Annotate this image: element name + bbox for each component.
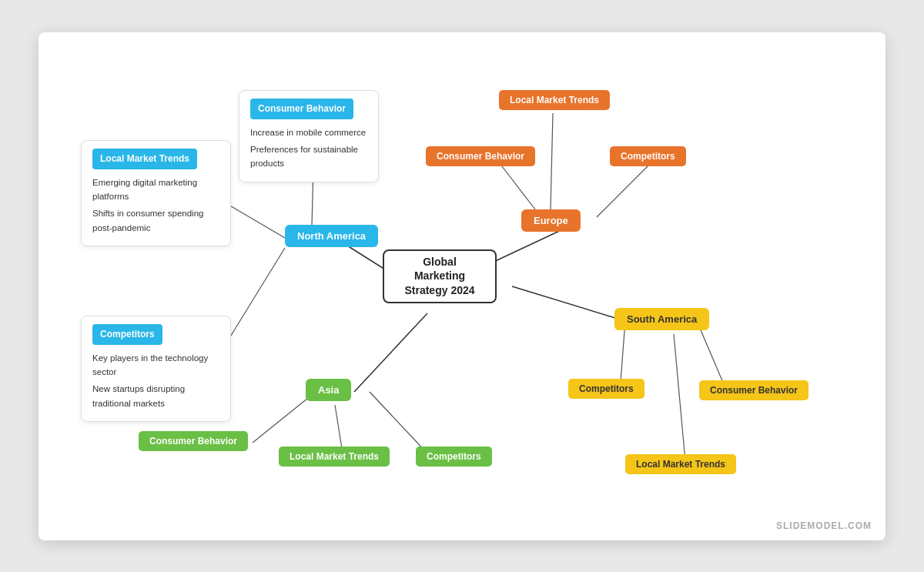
na-local-trends-line2: Shifts in consumer spending post-pandemi… (92, 206, 219, 235)
na-local-trends-title: Local Market Trends (92, 149, 197, 169)
region-south-america[interactable]: South America (614, 308, 709, 330)
sa-competitors-node[interactable]: Competitors (568, 379, 644, 399)
sa-local-trends-node[interactable]: Local Market Trends (625, 454, 736, 474)
center-node: Global Marketing Strategy 2024 (383, 249, 497, 303)
slide-container: Global Marketing Strategy 2024 North Ame… (38, 32, 886, 540)
svg-line-9 (597, 159, 654, 217)
svg-line-7 (551, 113, 553, 209)
eu-local-trends-node[interactable]: Local Market Trends (499, 90, 610, 110)
region-north-america[interactable]: North America (285, 225, 378, 247)
svg-line-2 (354, 313, 427, 392)
svg-line-8 (497, 159, 535, 209)
svg-line-12 (370, 392, 427, 453)
na-local-trends-card: Local Market Trends Emerging digital mar… (81, 140, 231, 247)
na-consumer-line1: Increase in mobile commerce (250, 125, 367, 139)
asia-local-trends-node[interactable]: Local Market Trends (279, 447, 390, 467)
center-label: Global Marketing Strategy 2024 (397, 255, 483, 297)
asia-consumer-behavior-node[interactable]: Consumer Behavior (139, 431, 248, 451)
na-consumer-line2: Preferences for sustainable products (250, 142, 367, 171)
watermark: SLIDEMODEL.COM (776, 520, 872, 531)
eu-consumer-behavior-node[interactable]: Consumer Behavior (426, 146, 535, 166)
na-consumer-title: Consumer Behavior (250, 99, 353, 119)
svg-line-15 (674, 334, 685, 461)
na-competitors-line2: New startups disrupting traditional mark… (92, 382, 219, 410)
na-competitors-line1: Key players in the technology sector (92, 351, 219, 380)
na-competitors-card: Competitors Key players in the technolog… (81, 316, 231, 423)
svg-line-4 (223, 202, 285, 238)
sa-consumer-behavior-node[interactable]: Consumer Behavior (699, 380, 808, 400)
svg-line-6 (223, 248, 285, 348)
na-local-trends-line1: Emerging digital marketing platforms (92, 176, 219, 204)
region-asia[interactable]: Asia (306, 379, 351, 401)
region-europe[interactable]: Europe (521, 209, 581, 232)
na-consumer-behavior-card: Consumer Behavior Increase in mobile com… (239, 90, 379, 182)
svg-line-3 (512, 286, 625, 321)
na-competitors-title: Competitors (92, 324, 162, 345)
asia-competitors-node[interactable]: Competitors (416, 447, 492, 467)
eu-competitors-node[interactable]: Competitors (610, 146, 686, 166)
